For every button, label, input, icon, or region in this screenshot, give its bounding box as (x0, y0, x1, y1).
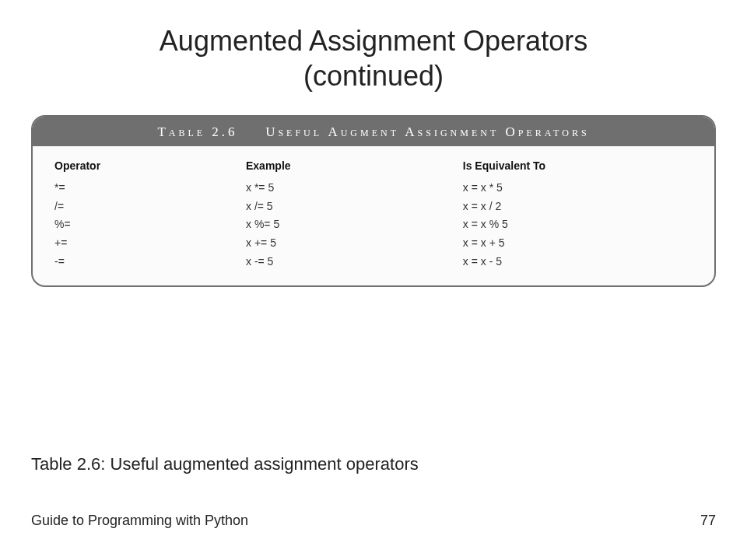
table-caption: Table 2.6: Useful augmented assignment o… (31, 454, 419, 474)
cell-equivalent: x = x - 5 (463, 253, 693, 271)
table-column-headers: Operator Example Is Equivalent To (54, 157, 693, 176)
col-operator: Operator (54, 157, 246, 176)
page-number: 77 (700, 513, 716, 529)
table-title: Useful Augment Assignment Operators (265, 124, 589, 139)
cell-example: x -= 5 (246, 253, 463, 271)
cell-operator: *= (54, 179, 246, 198)
cell-equivalent: x = x * 5 (463, 179, 693, 198)
table-body: Operator Example Is Equivalent To *= x *… (33, 146, 714, 285)
cell-example: x += 5 (246, 234, 463, 253)
operators-table: Table 2.6 Useful Augment Assignment Oper… (31, 115, 716, 287)
title-line-1: Augmented Assignment Operators (160, 25, 587, 57)
table-row: += x += 5 x = x + 5 (54, 234, 693, 253)
table-header-bar: Table 2.6 Useful Augment Assignment Oper… (33, 117, 714, 146)
slide-footer: Guide to Programming with Python 77 (31, 513, 716, 529)
cell-operator: /= (54, 198, 246, 216)
title-line-2: (continued) (303, 60, 444, 92)
cell-operator: %= (54, 215, 246, 234)
slide-title: Augmented Assignment Operators (continue… (31, 23, 716, 93)
col-example: Example (246, 157, 463, 176)
footer-left: Guide to Programming with Python (31, 513, 248, 529)
table-row: %= x %= 5 x = x % 5 (54, 215, 693, 234)
cell-equivalent: x = x / 2 (463, 198, 693, 216)
table-row: /= x /= 5 x = x / 2 (54, 198, 693, 216)
cell-example: x %= 5 (246, 215, 463, 234)
cell-example: x *= 5 (246, 179, 463, 198)
col-equivalent: Is Equivalent To (463, 157, 693, 176)
cell-equivalent: x = x + 5 (463, 234, 693, 253)
table-row: *= x *= 5 x = x * 5 (54, 179, 693, 198)
cell-operator: -= (54, 253, 246, 271)
cell-example: x /= 5 (246, 198, 463, 216)
table-number: Table 2.6 (157, 124, 237, 139)
table-row: -= x -= 5 x = x - 5 (54, 253, 693, 271)
cell-equivalent: x = x % 5 (463, 215, 693, 234)
cell-operator: += (54, 234, 246, 253)
slide: Augmented Assignment Operators (continue… (0, 0, 747, 560)
